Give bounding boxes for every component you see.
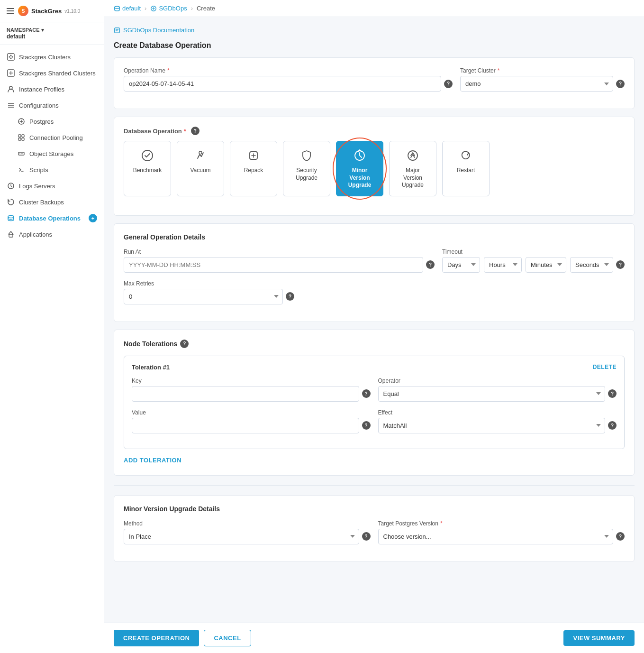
toleration-effect-select[interactable]: MatchAll: [378, 418, 606, 433]
op-security-upgrade-label: Security Upgrade: [291, 167, 322, 182]
action-bar: CREATE OPERATION CANCEL VIEW SUMMARY: [104, 623, 644, 653]
node-tolerations-title: Node Tolerations ?: [124, 340, 625, 348]
repack-icon: [246, 148, 261, 163]
view-summary-button[interactable]: VIEW SUMMARY: [563, 630, 635, 646]
general-details-title: General Operation Details: [124, 233, 625, 241]
app-logo: S: [18, 6, 28, 16]
sidebar-item-configurations[interactable]: Configurations: [0, 97, 104, 113]
namespace-selector[interactable]: NAMESPACE ▾ default: [0, 22, 104, 45]
method-help[interactable]: ?: [362, 532, 371, 541]
toleration-key-help[interactable]: ?: [362, 389, 371, 398]
op-card-restart[interactable]: Restart: [442, 141, 490, 196]
sidebar-item-logs[interactable]: Logs Servers: [0, 178, 104, 194]
op-card-security-upgrade[interactable]: Security Upgrade: [283, 141, 330, 196]
max-retries-select[interactable]: 0: [124, 289, 283, 304]
operation-name-input[interactable]: [124, 76, 441, 92]
target-cluster-input-row: demo ?: [460, 76, 625, 92]
sidebar-item-backups[interactable]: Cluster Backups: [0, 194, 104, 210]
timeout-hours-select[interactable]: Hours: [484, 257, 522, 273]
db-operation-help[interactable]: ?: [191, 127, 200, 135]
basic-info-section: Operation Name * ? Target Cluster *: [114, 57, 635, 109]
namespace-label: NAMESPACE ▾: [7, 27, 97, 33]
toleration-1-delete[interactable]: DELETE: [593, 364, 617, 370]
create-operation-button[interactable]: CREATE OPERATION: [114, 630, 199, 646]
minor-version-upgrade-icon: [352, 148, 367, 163]
section-divider: [114, 485, 635, 486]
toleration-key-group: Key ?: [132, 377, 371, 402]
toleration-effect-help[interactable]: ?: [608, 421, 617, 430]
svg-rect-16: [22, 138, 24, 140]
op-card-major-version-upgrade[interactable]: Major Version Upgrade: [389, 141, 436, 196]
svg-point-4: [10, 58, 12, 59]
profile-icon: [7, 85, 15, 93]
toleration-key-input[interactable]: [132, 386, 359, 402]
sidebar-item-apps[interactable]: Applications: [0, 226, 104, 242]
toleration-value-input[interactable]: [132, 418, 359, 433]
sidebar-item-clusters[interactable]: Stackgres Clusters: [0, 49, 104, 65]
node-tolerations-help[interactable]: ?: [180, 340, 189, 348]
max-retries-help[interactable]: ?: [286, 292, 294, 301]
target-pg-version-select[interactable]: Choose version...: [378, 529, 614, 544]
sidebar-item-postgres[interactable]: Postgres: [0, 113, 104, 129]
toleration-operator-select[interactable]: Equal: [378, 386, 606, 402]
timeout-help[interactable]: ?: [616, 260, 625, 269]
logs-icon: [7, 182, 15, 190]
target-cluster-help[interactable]: ?: [616, 80, 625, 88]
timeout-minutes-select[interactable]: Minutes: [526, 257, 566, 273]
toleration-operator-help[interactable]: ?: [608, 389, 617, 398]
method-group: Method In Place ?: [124, 520, 371, 544]
svg-point-1: [9, 56, 10, 58]
target-cluster-select[interactable]: demo: [460, 76, 613, 92]
timeout-seconds-select[interactable]: Seconds: [570, 257, 613, 273]
target-pg-version-help[interactable]: ?: [616, 532, 625, 541]
method-label: Method: [124, 520, 371, 527]
minor-upgrade-section: Minor Version Upgrade Details Method In …: [114, 495, 635, 562]
sidebar-item-dbops[interactable]: Database Operations +: [0, 210, 104, 226]
run-at-input[interactable]: [124, 257, 423, 273]
sidebar-item-scripts-label: Scripts: [29, 166, 48, 174]
sidebar-item-pooling[interactable]: Connection Pooling: [0, 129, 104, 146]
cancel-button[interactable]: CANCEL: [204, 630, 251, 646]
page-title: Create Database Operation: [114, 41, 635, 50]
toleration-1-card: Toleration #1 DELETE Key ? Operator: [124, 356, 625, 449]
op-card-repack[interactable]: Repack: [230, 141, 277, 196]
sidebar-item-logs-label: Logs Servers: [19, 183, 55, 190]
toleration-value-help[interactable]: ?: [362, 421, 371, 430]
add-toleration-button[interactable]: ADD TOLERATION: [124, 455, 625, 466]
logo-area: S StackGres v1.10.0: [18, 6, 80, 16]
svg-point-3: [10, 55, 12, 56]
sidebar-item-configurations-label: Configurations: [19, 102, 59, 109]
op-card-vacuum[interactable]: Vacuum: [177, 141, 224, 196]
hamburger-icon[interactable]: [7, 8, 14, 14]
sidebar-item-profiles-label: Instance Profiles: [19, 86, 64, 93]
target-cluster-group: Target Cluster * demo ?: [460, 67, 625, 92]
sidebar-item-scripts[interactable]: Scripts: [0, 162, 104, 178]
target-pg-version-label: Target Postgres Version *: [378, 520, 625, 527]
toleration-operator-group: Operator Equal ?: [378, 377, 617, 402]
op-card-minor-version-upgrade[interactable]: Minor Version Upgrade: [336, 141, 383, 196]
op-major-version-upgrade-label: Major Version Upgrade: [397, 167, 428, 189]
timeout-days-select[interactable]: Days: [442, 257, 480, 273]
op-card-benchmark[interactable]: Benchmark: [124, 141, 171, 196]
breadcrumb-namespace-text: default: [122, 5, 141, 12]
toleration-1-header: Toleration #1 DELETE: [132, 364, 617, 371]
toleration-effect-group: Effect MatchAll ?: [378, 409, 617, 433]
sidebar-item-profiles[interactable]: Instance Profiles: [0, 81, 104, 97]
sidebar-item-sharded[interactable]: Stackgres Sharded Clusters: [0, 65, 104, 81]
toleration-value-input-row: ?: [132, 418, 371, 433]
run-at-help[interactable]: ?: [426, 260, 435, 269]
config-icon: [7, 101, 15, 110]
svg-point-21: [115, 6, 120, 8]
breadcrumb-section[interactable]: SGDbOps: [150, 5, 187, 12]
restart-icon: [458, 148, 473, 163]
doc-link[interactable]: SGDbOps Documentation: [114, 27, 635, 34]
dbops-badge: +: [89, 214, 97, 222]
operation-name-input-row: ?: [124, 76, 453, 92]
svg-point-19: [8, 216, 14, 218]
timeout-row: Days Hours Minutes Seconds: [442, 257, 625, 273]
method-select[interactable]: In Place: [124, 529, 359, 544]
breadcrumb-namespace[interactable]: default: [114, 5, 141, 12]
toleration-value-group: Value ?: [132, 409, 371, 433]
operation-name-help[interactable]: ?: [444, 80, 453, 88]
sidebar-item-storages[interactable]: Object Storages: [0, 146, 104, 162]
